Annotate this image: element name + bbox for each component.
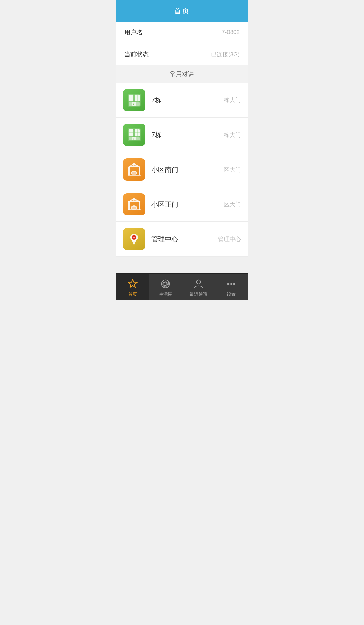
svg-point-43 [230, 283, 232, 285]
svg-marker-38 [128, 279, 137, 288]
svg-rect-28 [139, 201, 140, 210]
header: 首页 [116, 0, 248, 22]
svg-rect-21 [139, 167, 140, 175]
item-name: 7栋 [151, 130, 224, 140]
bottom-spacer [116, 257, 248, 273]
status-row: 当前状态 已连接(3G) [116, 43, 248, 65]
svg-rect-33 [128, 209, 141, 210]
username-row: 用户名 7-0802 [116, 22, 248, 43]
svg-text:HOME: HOME [132, 199, 137, 201]
nav-label-settings: 设置 [227, 291, 236, 297]
item-tag: 区大门 [224, 201, 241, 208]
list-item[interactable]: CENTER 管理中心 管理中心 [116, 222, 248, 257]
nav-label-calls: 最近通话 [190, 291, 207, 297]
svg-marker-35 [132, 240, 136, 245]
item-tag: 栋大门 [224, 96, 241, 104]
life-icon [159, 278, 172, 290]
item-name: 管理中心 [151, 235, 218, 244]
list-item[interactable]: 7栋 栋大门 [116, 83, 248, 118]
svg-rect-20 [128, 167, 130, 175]
status-label: 当前状态 [124, 50, 211, 58]
header-title: 首页 [174, 7, 190, 15]
item-name: 小区正门 [151, 200, 224, 209]
username-label: 用户名 [124, 28, 222, 36]
gate-orange-icon: HOME [123, 158, 145, 181]
username-value: 7-0802 [222, 29, 240, 36]
nav-item-calls[interactable]: 最近通话 [182, 274, 215, 300]
building-green-icon [123, 124, 145, 146]
calls-icon [192, 278, 205, 290]
building-green-icon [123, 89, 145, 111]
item-tag: 管理中心 [218, 235, 241, 243]
list-item[interactable]: 7栋 栋大门 [116, 118, 248, 152]
item-name: 7栋 [151, 96, 224, 105]
nav-label-home: 首页 [128, 291, 137, 297]
item-name: 小区南门 [151, 165, 224, 174]
nav-label-life: 生活圈 [159, 291, 172, 297]
list-item[interactable]: HOME 小区正门 区大门 [116, 187, 248, 222]
list-item[interactable]: HOME 小区南门 区大门 [116, 152, 248, 187]
gate-orange-icon: HOME [123, 193, 145, 215]
svg-rect-27 [128, 201, 130, 210]
svg-point-19 [133, 139, 134, 140]
svg-point-41 [196, 280, 200, 284]
nav-item-home[interactable]: 首页 [116, 274, 149, 300]
bottom-nav: 首页 生活圈 最近通话 [116, 273, 248, 300]
nav-item-settings[interactable]: 设置 [215, 274, 248, 300]
status-value: 已连接(3G) [211, 51, 240, 58]
item-tag: 区大门 [224, 166, 241, 174]
settings-icon [225, 278, 237, 290]
svg-point-42 [228, 283, 230, 285]
list-section: 7栋 栋大门 7栋 栋大门 [116, 83, 248, 257]
info-section: 用户名 7-0802 当前状态 已连接(3G) [116, 22, 248, 65]
item-tag: 栋大门 [224, 131, 241, 139]
nav-item-life[interactable]: 生活圈 [149, 274, 182, 300]
svg-text:HOME: HOME [132, 165, 137, 167]
svg-rect-26 [128, 175, 141, 176]
svg-text:CENTER: CENTER [131, 237, 138, 239]
svg-point-44 [233, 283, 235, 285]
svg-point-9 [133, 104, 134, 105]
center-gold-icon: CENTER [123, 228, 145, 250]
svg-point-40 [164, 282, 167, 285]
section-header: 常用对讲 [116, 65, 248, 83]
home-icon [127, 278, 139, 290]
